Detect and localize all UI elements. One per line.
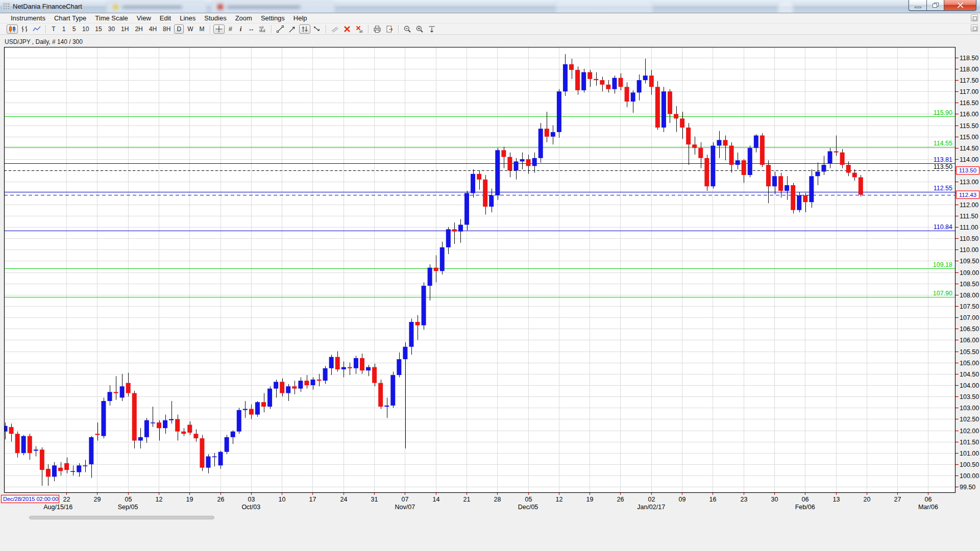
info-button[interactable]: i xyxy=(236,24,245,34)
menu-item-edit[interactable]: Edit xyxy=(160,14,171,22)
week-tick-label: 24 xyxy=(340,496,348,503)
candle-body xyxy=(662,91,666,128)
candle-body xyxy=(237,410,241,432)
candle-body xyxy=(748,148,752,175)
price-tick-label: 102.50 xyxy=(960,416,979,423)
candle-body xyxy=(471,174,475,193)
candle-body xyxy=(101,401,106,436)
timescale-4h-button[interactable]: 4H xyxy=(146,24,159,34)
zoom-out-button[interactable] xyxy=(402,24,413,34)
timescale-1-button[interactable]: 1 xyxy=(59,24,68,34)
price-tick-label: 116.00 xyxy=(960,111,978,118)
toolbar-separator xyxy=(210,25,210,33)
price-tick-label: 100.00 xyxy=(960,472,979,480)
candle-body xyxy=(649,76,654,87)
timescale-w-button[interactable]: W xyxy=(185,24,195,34)
background-browser-tab xyxy=(107,1,207,13)
timescale-m-button[interactable]: M xyxy=(197,24,207,34)
delete-all-lines-button[interactable]: all xyxy=(354,24,365,34)
price-axis[interactable]: 99.50100.00100.50101.00101.50102.00102.5… xyxy=(955,55,979,491)
close-button[interactable] xyxy=(944,0,976,11)
level-label: 113.50 xyxy=(934,163,952,170)
candle-body xyxy=(532,158,537,166)
background-browser-tab xyxy=(778,1,793,13)
export-button[interactable] xyxy=(384,24,395,34)
candle-body xyxy=(366,367,371,371)
timescale-30-button[interactable]: 30 xyxy=(106,24,117,34)
candle-body xyxy=(766,165,771,186)
week-tick-label: 17 xyxy=(309,496,316,503)
candlestick-chart-button[interactable] xyxy=(7,24,18,34)
price-tick-label: 115.00 xyxy=(960,134,978,141)
candle-body xyxy=(77,465,81,472)
panel-toggle-icon[interactable] xyxy=(971,14,978,21)
timescale-t-button[interactable]: T xyxy=(49,24,58,34)
minimize-button[interactable] xyxy=(909,0,926,11)
candle-body xyxy=(311,380,315,385)
app-window: NetDania FinanceChart InstrumentsChart T… xyxy=(0,0,980,551)
menu-item-lines[interactable]: Lines xyxy=(180,14,195,22)
candle-body xyxy=(243,409,248,410)
horizontal-expand-button[interactable]: ↔ xyxy=(246,24,256,34)
zoom-in-button[interactable] xyxy=(414,24,425,34)
timescale-2h-button[interactable]: 2H xyxy=(132,24,145,34)
price-tag-label: 113.50 xyxy=(959,167,976,173)
month-label: Jan/02/17 xyxy=(637,504,665,511)
scrollbar-thumb[interactable] xyxy=(29,516,214,519)
title-bar[interactable]: NetDania FinanceChart xyxy=(0,0,980,13)
menu-item-instruments[interactable]: Instruments xyxy=(11,14,45,22)
fit-chart-button[interactable] xyxy=(426,24,437,34)
trend-line-button[interactable] xyxy=(275,24,286,34)
print-button[interactable] xyxy=(372,24,383,34)
crosshair-icon xyxy=(215,25,223,33)
timescale-15-button[interactable]: 15 xyxy=(92,24,104,34)
price-tick-label: 109.50 xyxy=(960,258,979,265)
candle-body xyxy=(440,247,445,271)
parallel-lines-button[interactable] xyxy=(329,24,340,34)
date-axis[interactable]: 2229051219260310172431071421280512192602… xyxy=(43,493,938,511)
svg-text:vol: vol xyxy=(259,25,264,29)
timescale-5-button[interactable]: 5 xyxy=(69,24,79,34)
delete-line-button[interactable] xyxy=(341,24,353,34)
price-chart[interactable]: 115.90114.55113.81113.50112.55110.84109.… xyxy=(0,47,980,527)
month-label: Feb/06 xyxy=(795,504,815,511)
timescale-8h-button[interactable]: 8H xyxy=(160,24,173,34)
fibonacci-tool-button[interactable] xyxy=(299,24,310,34)
window-controls xyxy=(909,0,976,11)
ray-line-button[interactable] xyxy=(311,24,323,34)
timescale-10-button[interactable]: 10 xyxy=(80,24,91,34)
candle-body xyxy=(600,80,604,85)
menu-item-time-scale[interactable]: Time Scale xyxy=(95,14,128,22)
toolbar-separator xyxy=(326,25,326,33)
candle-body xyxy=(686,128,691,144)
menu-item-view[interactable]: View xyxy=(137,14,151,22)
candle-body xyxy=(846,165,851,173)
panel-toggle-icon[interactable] xyxy=(971,24,978,32)
candle-body xyxy=(723,140,728,145)
candle-body xyxy=(335,357,340,369)
candle-body xyxy=(852,173,857,178)
line-chart-button[interactable] xyxy=(31,24,42,34)
restore-button[interactable] xyxy=(926,0,944,11)
candle-body xyxy=(83,465,87,466)
menu-item-settings[interactable]: Settings xyxy=(261,14,285,22)
fibonacci-tool-icon xyxy=(301,25,309,33)
candle-body xyxy=(95,434,100,435)
menu-item-help[interactable]: Help xyxy=(293,14,307,22)
arrow-line-button[interactable] xyxy=(287,24,298,34)
candle-body xyxy=(495,150,500,195)
volume-button[interactable]: vol xyxy=(257,24,268,34)
ohlc-bars-chart-button[interactable] xyxy=(19,24,30,34)
timescale-1h-button[interactable]: 1H xyxy=(118,24,131,34)
week-tick-label: 13 xyxy=(833,496,840,503)
candle-body xyxy=(692,144,697,148)
price-tick-label: 108.00 xyxy=(960,292,979,299)
grid-button[interactable]: # xyxy=(226,24,235,34)
zoom-out-icon xyxy=(403,25,411,33)
menu-item-zoom[interactable]: Zoom xyxy=(235,14,252,22)
menu-item-chart-type[interactable]: Chart Type xyxy=(54,14,86,22)
candle-body xyxy=(422,286,426,325)
crosshair-button[interactable] xyxy=(213,24,225,34)
menu-item-studies[interactable]: Studies xyxy=(204,14,226,22)
timescale-d-button[interactable]: D xyxy=(174,24,184,34)
